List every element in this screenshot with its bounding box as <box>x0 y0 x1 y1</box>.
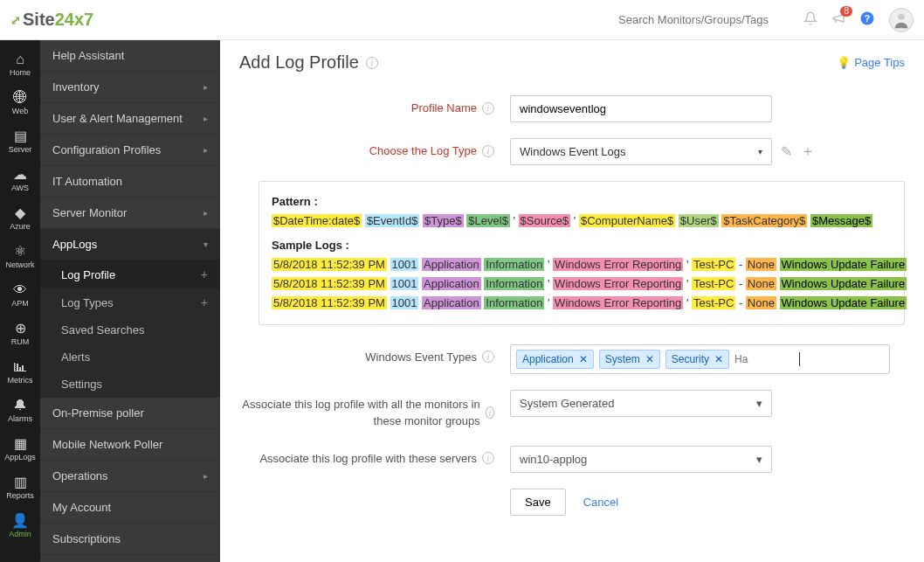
logo-icon: ⤢ <box>10 13 19 27</box>
bell-icon[interactable] <box>803 11 817 28</box>
announce-icon[interactable]: 8 <box>831 11 845 28</box>
page-tips-link[interactable]: 💡 Page Tips <box>837 56 905 69</box>
rail-apm[interactable]: 👁APM <box>0 276 40 315</box>
chevron-right-icon: ▸ <box>203 471 208 481</box>
plus-icon[interactable]: + <box>201 295 208 309</box>
logo-text-2: 24x7 <box>55 10 94 30</box>
info-icon[interactable]: i <box>486 406 494 419</box>
sidebar-applogs-submenu: Log Profile+ Log Types+ Saved Searches A… <box>40 260 220 398</box>
servers-select[interactable]: win10-applog ▾ <box>510 446 772 473</box>
chevron-down-icon: ▾ <box>756 453 762 466</box>
nav-rail: ⌂Home 🌐︎Web ▤Server ☁AWS ◆Azure ⚛Network… <box>0 40 40 562</box>
svg-point-2 <box>898 13 904 19</box>
edit-icon[interactable]: ✎ <box>781 143 792 160</box>
bulb-icon: 💡 <box>837 56 851 69</box>
info-icon[interactable]: i <box>482 145 494 157</box>
text-cursor <box>799 352 800 366</box>
info-icon[interactable]: i <box>482 102 494 114</box>
chevron-down-icon: ▾ <box>756 397 762 410</box>
rail-rum[interactable]: ⊕RUM <box>0 315 40 353</box>
topbar: ⤢ Site24x7 8 ? <box>0 0 924 40</box>
profile-name-input[interactable] <box>510 95 772 122</box>
rail-azure[interactable]: ◆Azure <box>0 199 40 238</box>
page-title: Add Log Profile i <box>239 52 378 73</box>
svg-text:?: ? <box>865 13 870 24</box>
sidebar-operations[interactable]: Operations▸ <box>40 461 220 492</box>
logo[interactable]: ⤢ Site24x7 <box>10 10 93 30</box>
sidebar-sub-log-types[interactable]: Log Types+ <box>40 288 220 316</box>
pattern-box: Pattern : $DateTime:date$ $EventId$ $Typ… <box>259 181 905 325</box>
rail-network[interactable]: ⚛Network <box>0 238 40 276</box>
chevron-down-icon: ▾ <box>203 239 208 249</box>
profile-name-label: Profile Name i <box>239 95 510 114</box>
avatar[interactable] <box>889 8 914 32</box>
sample-row-1: 5/8/2018 11:52:39 PM 1001 Application In… <box>272 255 892 274</box>
sample-row-3: 5/8/2018 11:52:39 PM 1001 Application In… <box>272 294 892 313</box>
log-type-label: Choose the Log Type i <box>239 138 510 157</box>
sidebar-sub-log-profile[interactable]: Log Profile+ <box>40 260 220 288</box>
info-icon[interactable]: i <box>482 350 494 363</box>
chevron-right-icon: ▸ <box>203 82 208 92</box>
remove-tag-icon[interactable]: ✕ <box>645 353 654 365</box>
sidebar-mobile-poller[interactable]: Mobile Network Poller <box>40 429 220 461</box>
log-type-select[interactable]: Windows Event Logs ▾ <box>510 138 772 165</box>
chevron-right-icon: ▸ <box>203 114 208 123</box>
rail-reports[interactable]: ▥Reports <box>0 468 40 507</box>
add-icon[interactable]: ＋ <box>801 142 815 161</box>
sidebar-inventory[interactable]: Inventory▸ <box>40 72 220 103</box>
rail-home[interactable]: ⌂Home <box>0 45 40 84</box>
search-input[interactable] <box>610 8 793 31</box>
cancel-button[interactable]: Cancel <box>575 489 627 515</box>
event-types-label: Windows Event Types i <box>239 344 510 364</box>
chevron-down-icon: ▾ <box>758 147 762 156</box>
rail-admin[interactable]: 👤Admin <box>0 507 40 545</box>
remove-tag-icon[interactable]: ✕ <box>579 353 588 365</box>
event-types-input[interactable] <box>734 353 769 365</box>
chevron-right-icon: ▸ <box>203 208 208 218</box>
monitor-groups-label: Associate this log profile with all the … <box>239 390 510 430</box>
sidebar-sub-saved-searches[interactable]: Saved Searches <box>40 316 220 343</box>
sidebar-sub-alerts[interactable]: Alerts <box>40 343 220 371</box>
sidebar-subscriptions[interactable]: Subscriptions <box>40 524 220 555</box>
main-content: Add Log Profile i 💡 Page Tips Profile Na… <box>220 40 924 562</box>
event-types-tagbox[interactable]: Application✕ System✕ Security✕ <box>510 344 890 374</box>
save-button[interactable]: Save <box>510 489 566 516</box>
notification-badge: 8 <box>840 6 852 17</box>
rail-aws[interactable]: ☁AWS <box>0 161 40 199</box>
rail-alarms[interactable]: 🔔︎Alarms <box>0 392 40 430</box>
sample-row-2: 5/8/2018 11:52:39 PM 1001 Application In… <box>272 274 892 294</box>
sidebar-help-assistant[interactable]: Help Assistant <box>40 40 220 72</box>
sidebar: Help Assistant Inventory▸ User & Alert M… <box>40 40 220 562</box>
tag-application[interactable]: Application✕ <box>516 350 594 369</box>
sidebar-server-monitor[interactable]: Server Monitor▸ <box>40 198 220 229</box>
rail-server[interactable]: ▤Server <box>0 122 40 161</box>
pattern-tokens: $DateTime:date$ $EventId$ $Type$ $Level$… <box>272 212 892 231</box>
tag-system[interactable]: System✕ <box>599 350 660 369</box>
rail-applogs[interactable]: ▦AppLogs <box>0 430 40 468</box>
help-icon[interactable]: ? <box>859 10 875 29</box>
sidebar-sub-settings[interactable]: Settings <box>40 371 220 398</box>
info-icon[interactable]: i <box>482 452 494 464</box>
sidebar-config-profiles[interactable]: Configuration Profiles▸ <box>40 135 220 166</box>
sidebar-my-account[interactable]: My Account <box>40 492 220 524</box>
rail-metrics[interactable]: 📊︎Metrics <box>0 353 40 392</box>
tag-security[interactable]: Security✕ <box>665 350 729 369</box>
chevron-right-icon: ▸ <box>203 145 208 155</box>
pattern-label: Pattern : <box>272 195 318 208</box>
sample-label: Sample Logs : <box>272 239 349 252</box>
plus-icon[interactable]: + <box>201 267 208 281</box>
logo-text-1: Site <box>23 10 55 30</box>
sidebar-report-settings[interactable]: Report Settings▸ <box>40 555 220 562</box>
rail-web[interactable]: 🌐︎Web <box>0 84 40 122</box>
sidebar-onpremise-poller[interactable]: On-Premise poller <box>40 398 220 429</box>
info-icon[interactable]: i <box>366 57 378 69</box>
servers-label: Associate this log profile with these se… <box>239 446 510 465</box>
monitor-groups-select[interactable]: System Generated ▾ <box>510 390 772 417</box>
sidebar-applogs[interactable]: AppLogs▾ <box>40 229 220 260</box>
remove-tag-icon[interactable]: ✕ <box>714 353 723 365</box>
sidebar-user-alert[interactable]: User & Alert Management▸ <box>40 103 220 135</box>
sidebar-it-automation[interactable]: IT Automation <box>40 166 220 198</box>
